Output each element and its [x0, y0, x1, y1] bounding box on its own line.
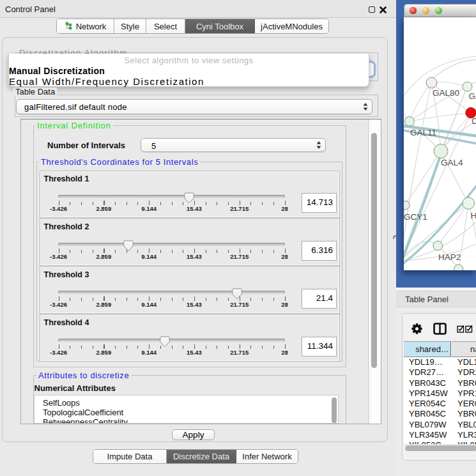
svg-text:GAL7: GAL7 — [469, 91, 476, 101]
svg-text:GCY1: GCY1 — [404, 212, 427, 222]
svg-text:HAP: HAP — [471, 211, 476, 220]
svg-text:GAL4: GAL4 — [441, 158, 463, 167]
svg-text:CRP: CRP — [472, 116, 476, 126]
svg-text:HAP2: HAP2 — [438, 252, 461, 262]
svg-text:GAL11: GAL11 — [410, 128, 436, 137]
svg-text:GAL80: GAL80 — [433, 88, 459, 98]
